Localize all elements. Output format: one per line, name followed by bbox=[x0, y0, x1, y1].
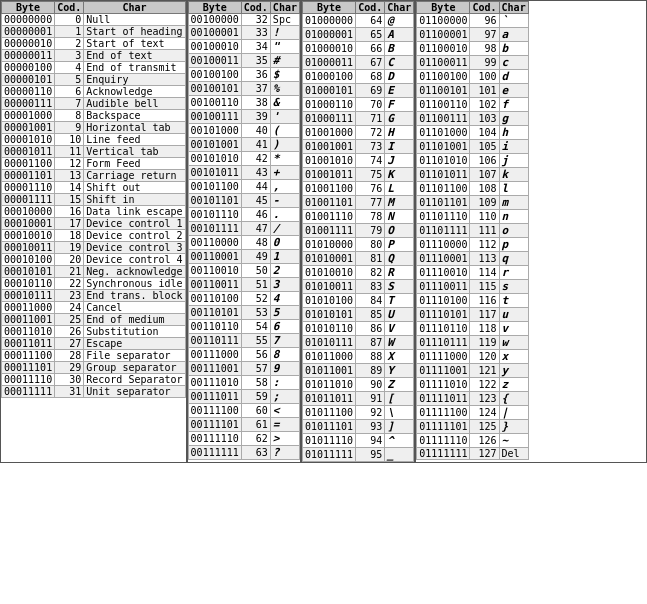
table-row: 0100101175K bbox=[302, 168, 413, 182]
char-cell: < bbox=[270, 404, 299, 418]
byte-cell: 00011101 bbox=[2, 362, 55, 374]
table-row: 0101101191[ bbox=[302, 392, 413, 406]
table-row: 0101010084T bbox=[302, 294, 413, 308]
section-wrapper-3: ByteCod.Char0110000096`0110000197a011000… bbox=[416, 1, 528, 462]
byte-cell: 00100010 bbox=[188, 40, 241, 54]
code-cell: 63 bbox=[241, 446, 270, 460]
column-header: Cod. bbox=[470, 2, 499, 14]
section-wrapper-2: ByteCod.Char0100000064@0100000165A010000… bbox=[302, 1, 416, 462]
byte-cell: 01101110 bbox=[417, 210, 470, 224]
table-row: 0010011139' bbox=[188, 110, 299, 124]
byte-cell: 01110010 bbox=[417, 266, 470, 280]
byte-cell: 01010001 bbox=[302, 252, 355, 266]
code-cell: 94 bbox=[356, 434, 385, 448]
char-cell: m bbox=[499, 196, 528, 210]
code-cell: 10 bbox=[55, 134, 84, 146]
table-row: 000000000Null bbox=[2, 14, 186, 26]
column-header: Char bbox=[270, 2, 299, 14]
code-cell: 38 bbox=[241, 96, 270, 110]
byte-cell: 00111001 bbox=[188, 362, 241, 376]
byte-cell: 00100000 bbox=[188, 14, 241, 26]
char-cell: Group separator bbox=[84, 362, 185, 374]
char-cell: 1 bbox=[270, 250, 299, 264]
byte-cell: 01010111 bbox=[302, 336, 355, 350]
table-row: 0010100040( bbox=[188, 124, 299, 138]
char-cell: d bbox=[499, 70, 528, 84]
char-cell: / bbox=[270, 222, 299, 236]
code-cell: 99 bbox=[470, 56, 499, 70]
table-row: 0010100141) bbox=[188, 138, 299, 152]
table-row: 0001010020Device control 4 bbox=[2, 254, 186, 266]
byte-cell: 01011101 bbox=[302, 420, 355, 434]
code-cell: 55 bbox=[241, 334, 270, 348]
section-wrapper-0: ByteCod.Char000000000Null000000011Start … bbox=[1, 1, 188, 462]
code-cell: 106 bbox=[470, 154, 499, 168]
table-row: 0101100189Y bbox=[302, 364, 413, 378]
code-cell: 0 bbox=[55, 14, 84, 26]
byte-cell: 00101001 bbox=[188, 138, 241, 152]
char-cell: w bbox=[499, 336, 528, 350]
table-row: 0100001167C bbox=[302, 56, 413, 70]
table-row: 0100101074J bbox=[302, 154, 413, 168]
table-row: 0100110076L bbox=[302, 182, 413, 196]
char-cell: S bbox=[385, 280, 414, 294]
code-cell: 66 bbox=[356, 42, 385, 56]
code-cell: 96 bbox=[470, 14, 499, 28]
table-row: 01100100100d bbox=[417, 70, 528, 84]
char-cell: ^ bbox=[385, 434, 414, 448]
code-cell: 98 bbox=[470, 42, 499, 56]
code-cell: 67 bbox=[356, 56, 385, 70]
char-cell: 6 bbox=[270, 320, 299, 334]
code-cell: 116 bbox=[470, 294, 499, 308]
byte-cell: 01011110 bbox=[302, 434, 355, 448]
table-row: 0010110145- bbox=[188, 194, 299, 208]
byte-cell: 00101100 bbox=[188, 180, 241, 194]
byte-cell: 00111011 bbox=[188, 390, 241, 404]
code-cell: 1 bbox=[55, 26, 84, 38]
section-table-3: ByteCod.Char0110000096`0110000197a011000… bbox=[416, 1, 528, 460]
byte-cell: 00110111 bbox=[188, 334, 241, 348]
table-row: 0100100072H bbox=[302, 126, 413, 140]
code-cell: 52 bbox=[241, 292, 270, 306]
table-row: 0100110177M bbox=[302, 196, 413, 210]
table-row: 00110011513 bbox=[188, 278, 299, 292]
table-row: 01111001121y bbox=[417, 364, 528, 378]
table-row: 0101010185U bbox=[302, 308, 413, 322]
table-row: 0011110060< bbox=[188, 404, 299, 418]
byte-cell: 00110010 bbox=[188, 264, 241, 278]
code-cell: 4 bbox=[55, 62, 84, 74]
char-cell: [ bbox=[385, 392, 414, 406]
char-cell: j bbox=[499, 154, 528, 168]
byte-cell: 01001011 bbox=[302, 168, 355, 182]
table-row: 0101000181Q bbox=[302, 252, 413, 266]
table-row: 0001110129Group separator bbox=[2, 362, 186, 374]
byte-cell: 01001100 bbox=[302, 182, 355, 196]
char-cell: - bbox=[270, 194, 299, 208]
code-cell: 17 bbox=[55, 218, 84, 230]
code-cell: 100 bbox=[470, 70, 499, 84]
code-cell: 60 bbox=[241, 404, 270, 418]
table-row: 000010019Horizontal tab bbox=[2, 122, 186, 134]
code-cell: 39 bbox=[241, 110, 270, 124]
char-cell: P bbox=[385, 238, 414, 252]
char-cell: U bbox=[385, 308, 414, 322]
byte-cell: 01111000 bbox=[417, 350, 470, 364]
code-cell: 42 bbox=[241, 152, 270, 166]
byte-cell: 01101010 bbox=[417, 154, 470, 168]
code-cell: 115 bbox=[470, 280, 499, 294]
code-cell: 51 bbox=[241, 278, 270, 292]
byte-cell: 00011110 bbox=[2, 374, 55, 386]
byte-cell: 00111100 bbox=[188, 404, 241, 418]
byte-cell: 01011011 bbox=[302, 392, 355, 406]
char-cell: Horizontal tab bbox=[84, 122, 185, 134]
byte-cell: 01001101 bbox=[302, 196, 355, 210]
table-row: 0101001082R bbox=[302, 266, 413, 280]
table-row: 00110110546 bbox=[188, 320, 299, 334]
byte-cell: 00000111 bbox=[2, 98, 55, 110]
code-cell: 11 bbox=[55, 146, 84, 158]
code-cell: 44 bbox=[241, 180, 270, 194]
table-row: 000001004End of transmit bbox=[2, 62, 186, 74]
code-cell: 35 bbox=[241, 54, 270, 68]
char-cell: Cancel bbox=[84, 302, 185, 314]
char-cell: o bbox=[499, 224, 528, 238]
